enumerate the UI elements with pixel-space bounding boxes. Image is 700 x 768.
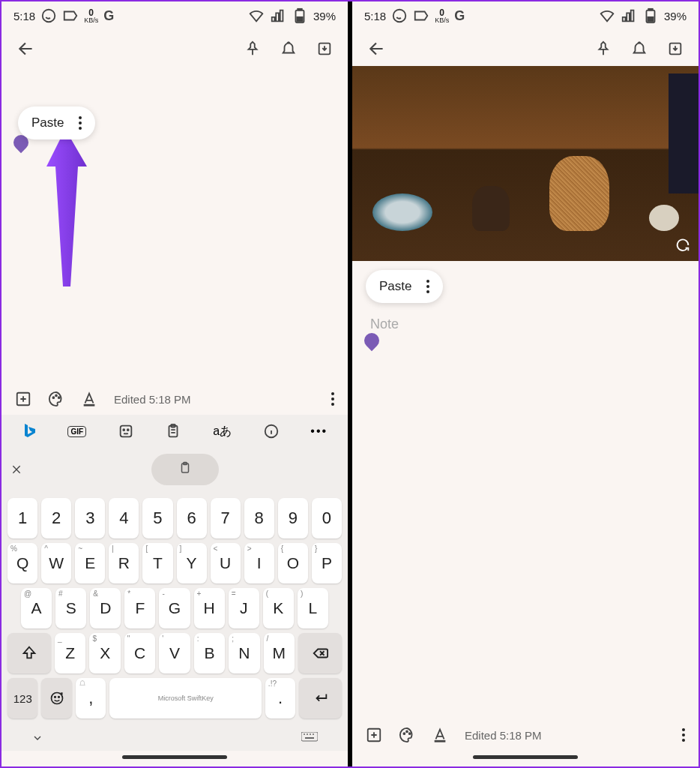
key-5[interactable]: 5 [142, 498, 172, 538]
context-menu-more[interactable] [426, 280, 429, 293]
key-8[interactable]: 8 [244, 498, 274, 538]
svg-rect-28 [648, 9, 653, 10]
key-R[interactable]: |R [109, 543, 139, 584]
reminder-icon[interactable] [280, 40, 297, 57]
space-key[interactable]: Microsoft SwiftKey [109, 678, 261, 718]
key-H[interactable]: +H [194, 588, 225, 628]
text-format-icon[interactable] [81, 391, 97, 407]
add-icon[interactable] [15, 391, 31, 407]
info-icon[interactable] [263, 423, 280, 440]
key-L[interactable]: )L [298, 588, 328, 628]
key-F[interactable]: *F [124, 588, 155, 628]
pasted-image[interactable] [352, 66, 699, 261]
back-button[interactable] [16, 39, 36, 58]
text-format-icon[interactable] [432, 727, 448, 743]
archive-icon[interactable] [667, 40, 684, 57]
archive-icon[interactable] [316, 40, 333, 57]
palette-icon[interactable] [399, 727, 415, 743]
clipboard-icon[interactable] [165, 423, 181, 440]
pin-icon[interactable] [244, 40, 261, 57]
paste-button[interactable]: Paste [379, 279, 411, 294]
key-O[interactable]: {O [278, 543, 308, 584]
key-Q[interactable]: %Q [7, 543, 37, 584]
translate-icon[interactable]: aあ [213, 424, 232, 440]
comma-key[interactable]: , [76, 678, 106, 718]
key-row-numbers: 1234567890 [4, 496, 345, 541]
back-button[interactable] [367, 39, 387, 58]
text-cursor-handle[interactable] [361, 330, 382, 351]
svg-rect-3 [297, 17, 302, 22]
key-9[interactable]: 9 [278, 498, 308, 538]
key-S[interactable]: #S [55, 588, 86, 628]
key-G[interactable]: -G [159, 588, 190, 628]
key-K[interactable]: (K [263, 588, 294, 628]
phone-left: 5:18 0KB/s G 39% Paste [1, 2, 348, 766]
nav-pill[interactable] [122, 755, 227, 759]
key-C[interactable]: "C [124, 633, 155, 674]
kb-switch-icon[interactable] [301, 732, 318, 744]
sticker-icon[interactable] [118, 423, 134, 440]
key-2[interactable]: 2 [41, 498, 71, 538]
period-key[interactable]: .!?. [265, 678, 295, 718]
key-J[interactable]: =J [229, 588, 259, 628]
gif-icon[interactable]: GIF [67, 426, 86, 437]
toolbar-more[interactable] [682, 728, 685, 742]
key-A[interactable]: @A [21, 588, 52, 628]
context-menu-more[interactable] [79, 116, 82, 130]
backspace-key[interactable] [298, 633, 342, 674]
svg-point-6 [52, 397, 54, 398]
key-X[interactable]: $X [89, 633, 120, 674]
add-icon[interactable] [366, 727, 382, 743]
key-I[interactable]: >I [244, 543, 274, 584]
kb-more-icon[interactable]: ••• [310, 424, 328, 438]
emoji-key[interactable] [41, 678, 71, 718]
bing-icon[interactable] [22, 422, 37, 440]
battery-icon [642, 8, 659, 24]
key-U[interactable]: <U [211, 543, 241, 584]
key-Y[interactable]: ]Y [177, 543, 207, 584]
battery-percent: 39% [313, 10, 336, 22]
svg-point-23 [310, 734, 311, 735]
key-E[interactable]: ~E [75, 543, 105, 584]
google-icon: G [103, 8, 114, 24]
key-Z[interactable]: _Z [55, 633, 85, 674]
key-N[interactable]: ;N [229, 633, 259, 674]
key-123[interactable]: 123 [7, 678, 37, 718]
kb-close-icon[interactable] [10, 464, 22, 476]
status-time: 5:18 [13, 10, 35, 22]
key-D[interactable]: &D [90, 588, 121, 628]
key-T[interactable]: [T [142, 543, 172, 584]
battery-percent: 39% [664, 10, 687, 22]
svg-point-22 [307, 734, 308, 735]
clipboard-pill[interactable] [151, 454, 219, 485]
app-bar [1, 27, 348, 66]
key-P[interactable]: }P [312, 543, 342, 584]
svg-point-24 [313, 734, 314, 735]
key-W[interactable]: ^W [41, 543, 71, 584]
key-4[interactable]: 4 [109, 498, 139, 538]
palette-icon[interactable] [48, 391, 64, 407]
paste-button[interactable]: Paste [31, 116, 64, 130]
enter-key[interactable] [299, 678, 342, 718]
reminder-icon[interactable] [631, 40, 648, 57]
key-6[interactable]: 6 [177, 498, 207, 538]
key-7[interactable]: 7 [211, 498, 241, 538]
nav-pill[interactable] [473, 755, 578, 759]
status-bar: 5:18 0KB/s G 39% [352, 2, 699, 27]
sync-icon[interactable] [675, 237, 691, 254]
svg-point-11 [127, 429, 129, 430]
pin-icon[interactable] [595, 40, 612, 57]
context-menu: Paste [18, 106, 95, 140]
key-B[interactable]: :B [194, 633, 225, 674]
data-rate: 0KB/s [435, 8, 449, 24]
key-1[interactable]: 1 [7, 498, 37, 538]
kb-collapse-icon[interactable] [31, 730, 43, 746]
key-0[interactable]: 0 [312, 498, 342, 538]
note-editor[interactable]: Note [352, 303, 699, 719]
status-bar: 5:18 0KB/s G 39% [1, 2, 348, 27]
key-M[interactable]: /M [264, 633, 295, 674]
shift-key[interactable] [7, 633, 51, 674]
key-V[interactable]: 'V [159, 633, 190, 674]
toolbar-more[interactable] [331, 392, 334, 406]
key-3[interactable]: 3 [75, 498, 105, 538]
